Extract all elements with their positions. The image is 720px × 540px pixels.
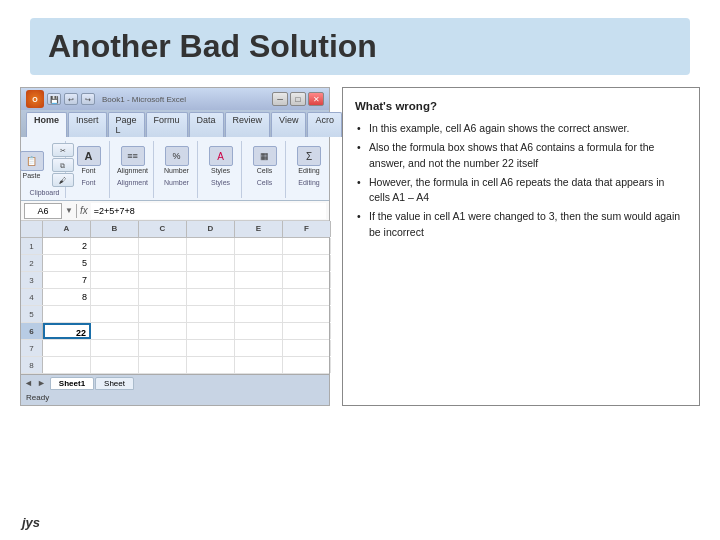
cell-e6[interactable]: [235, 323, 283, 339]
table-row: 7: [21, 340, 329, 357]
alignment-icon: ≡≡: [121, 146, 145, 166]
cell-d7[interactable]: [187, 340, 235, 356]
cell-e4[interactable]: [235, 289, 283, 305]
list-item: Also the formula box shows that A6 conta…: [355, 140, 687, 170]
office-button[interactable]: O: [26, 90, 44, 108]
page-title: Another Bad Solution: [48, 28, 377, 64]
sheet-tab-sheet1[interactable]: Sheet1: [50, 377, 94, 390]
cell-a6[interactable]: 22: [43, 323, 91, 339]
cell-a5[interactable]: [43, 306, 91, 322]
cell-e5[interactable]: [235, 306, 283, 322]
cell-c3[interactable]: [139, 272, 187, 288]
cell-c8[interactable]: [139, 357, 187, 373]
cell-b6[interactable]: [91, 323, 139, 339]
corner-cell: [21, 221, 43, 237]
cell-a8[interactable]: [43, 357, 91, 373]
cell-reference-box[interactable]: [24, 203, 62, 219]
cell-f6[interactable]: [283, 323, 331, 339]
paste-button[interactable]: 📋 Paste: [16, 148, 48, 182]
cell-b8[interactable]: [91, 357, 139, 373]
ribbon-group-editing: Σ Editing Editing: [290, 141, 330, 198]
sheet-tab-sheet2[interactable]: Sheet: [95, 377, 134, 390]
cell-e7[interactable]: [235, 340, 283, 356]
cells-button[interactable]: ▦ Cells: [249, 143, 281, 177]
ribbon: Home Insert Page L Formu Data Review Vie…: [21, 110, 329, 201]
font-button[interactable]: A Font: [73, 143, 105, 177]
cell-e1[interactable]: [235, 238, 283, 254]
table-row: 6 22: [21, 323, 329, 340]
tab-formulas[interactable]: Formu: [146, 112, 188, 137]
sheet-nav-left[interactable]: ◄: [24, 378, 33, 388]
minimize-btn[interactable]: ─: [272, 92, 288, 106]
cell-e3[interactable]: [235, 272, 283, 288]
cell-a7[interactable]: [43, 340, 91, 356]
cell-a2[interactable]: 5: [43, 255, 91, 271]
cell-c1[interactable]: [139, 238, 187, 254]
cell-b3[interactable]: [91, 272, 139, 288]
ribbon-group-cells: ▦ Cells Cells: [246, 141, 286, 198]
cell-a3[interactable]: 7: [43, 272, 91, 288]
sheet-nav-right[interactable]: ►: [37, 378, 46, 388]
cell-d2[interactable]: [187, 255, 235, 271]
cell-c5[interactable]: [139, 306, 187, 322]
cell-b7[interactable]: [91, 340, 139, 356]
table-row: 5: [21, 306, 329, 323]
redo-btn[interactable]: ↪: [81, 93, 95, 105]
cell-f4[interactable]: [283, 289, 331, 305]
cell-c2[interactable]: [139, 255, 187, 271]
tab-home[interactable]: Home: [26, 112, 67, 137]
cell-a4[interactable]: 8: [43, 289, 91, 305]
cell-f5[interactable]: [283, 306, 331, 322]
cell-c4[interactable]: [139, 289, 187, 305]
cell-f8[interactable]: [283, 357, 331, 373]
cell-b2[interactable]: [91, 255, 139, 271]
cell-f3[interactable]: [283, 272, 331, 288]
formula-input[interactable]: [91, 203, 326, 219]
number-icon: %: [165, 146, 189, 166]
number-buttons: % Number: [161, 143, 193, 177]
undo-btn[interactable]: ↩: [64, 93, 78, 105]
tab-review[interactable]: Review: [225, 112, 271, 137]
sum-button[interactable]: Σ Editing: [293, 143, 325, 177]
tab-page-layout[interactable]: Page L: [108, 112, 145, 137]
col-header-a: A: [43, 221, 91, 237]
ribbon-group-number: % Number Number: [158, 141, 198, 198]
tab-insert[interactable]: Insert: [68, 112, 107, 137]
cell-d4[interactable]: [187, 289, 235, 305]
list-item: In this example, cell A6 again shows the…: [355, 121, 687, 136]
tab-acrobat[interactable]: Acro: [307, 112, 342, 137]
cell-c6[interactable]: [139, 323, 187, 339]
cell-e8[interactable]: [235, 357, 283, 373]
tab-view[interactable]: View: [271, 112, 306, 137]
cell-d8[interactable]: [187, 357, 235, 373]
cell-d5[interactable]: [187, 306, 235, 322]
list-item: If the value in cell A1 were changed to …: [355, 209, 687, 239]
alignment-button[interactable]: ≡≡ Alignment: [117, 143, 149, 177]
cell-b4[interactable]: [91, 289, 139, 305]
cell-b5[interactable]: [91, 306, 139, 322]
ribbon-tabs: Home Insert Page L Formu Data Review Vie…: [21, 110, 329, 137]
cell-d6[interactable]: [187, 323, 235, 339]
table-row: 1 2: [21, 238, 329, 255]
number-button[interactable]: % Number: [161, 143, 193, 177]
cell-f1[interactable]: [283, 238, 331, 254]
cell-c7[interactable]: [139, 340, 187, 356]
alignment-label: Alignment: [117, 179, 148, 186]
maximize-btn[interactable]: □: [290, 92, 306, 106]
close-btn[interactable]: ✕: [308, 92, 324, 106]
cell-b1[interactable]: [91, 238, 139, 254]
tab-data[interactable]: Data: [189, 112, 224, 137]
cell-a1[interactable]: 2: [43, 238, 91, 254]
cell-f2[interactable]: [283, 255, 331, 271]
quick-save-btn[interactable]: 💾: [47, 93, 61, 105]
styles-button[interactable]: A Styles: [205, 143, 237, 177]
paste-icon: 📋: [20, 151, 44, 171]
font-label: Font: [81, 179, 95, 186]
col-header-f: F: [283, 221, 331, 237]
cell-f7[interactable]: [283, 340, 331, 356]
cell-d3[interactable]: [187, 272, 235, 288]
col-header-d: D: [187, 221, 235, 237]
status-text: Ready: [26, 393, 49, 402]
cell-e2[interactable]: [235, 255, 283, 271]
cell-d1[interactable]: [187, 238, 235, 254]
